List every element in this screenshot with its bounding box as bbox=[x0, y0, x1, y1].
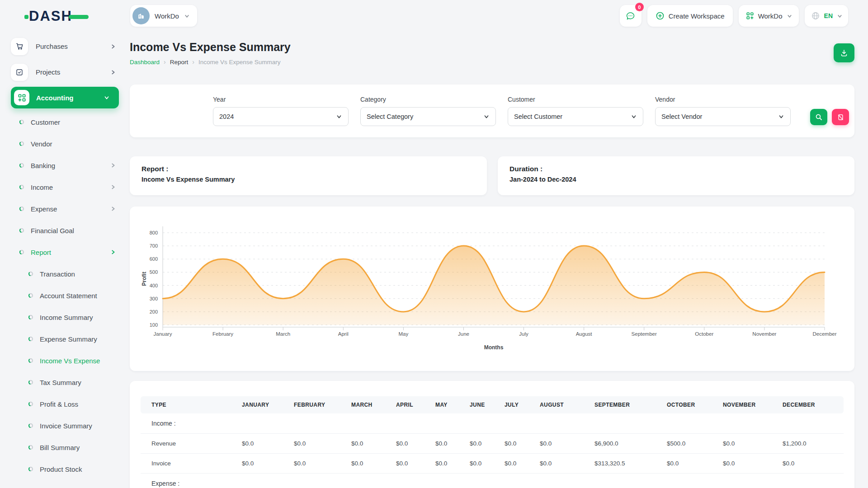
svg-text:200: 200 bbox=[150, 309, 158, 314]
bullet-donut-icon bbox=[19, 163, 24, 168]
plus-circle-icon bbox=[656, 11, 665, 20]
report-summary-card: Report : Income Vs Expense Summary bbox=[130, 156, 487, 195]
page-header: Income Vs Expense Summary Dashboard › Re… bbox=[130, 37, 854, 66]
sidebar-item-transaction[interactable]: Transaction bbox=[11, 263, 119, 285]
bullet-donut-icon bbox=[28, 358, 33, 363]
sidebar-item-income[interactable]: Income bbox=[11, 176, 119, 198]
filter-label: Category bbox=[360, 96, 496, 103]
sidebar-item-projects[interactable]: Projects bbox=[11, 59, 119, 85]
table-section-expense: Expense : bbox=[141, 474, 844, 488]
amount-cell: $1,200.0 bbox=[783, 434, 844, 454]
filter-group-year: Year2024 bbox=[213, 96, 349, 126]
sidebar-item-report[interactable]: Report bbox=[11, 241, 119, 263]
svg-text:May: May bbox=[399, 331, 409, 337]
sidebar-item-cash-flow[interactable]: Cash Flow bbox=[11, 480, 119, 488]
sidebar-item-customer[interactable]: Customer bbox=[11, 111, 119, 133]
chevron-right-icon bbox=[110, 162, 116, 169]
svg-text:July: July bbox=[519, 331, 528, 337]
table-section-income: Income : bbox=[141, 413, 844, 434]
sidebar-item-label: Income Vs Expense bbox=[40, 357, 100, 365]
apply-filter-button[interactable] bbox=[810, 109, 827, 125]
sidebar-item-label: Product Stock bbox=[40, 465, 82, 473]
create-workspace-label: Create Workspace bbox=[669, 12, 725, 20]
sidebar-item-expense[interactable]: Expense bbox=[11, 198, 119, 220]
sidebar-item-vendor[interactable]: Vendor bbox=[11, 133, 119, 155]
sidebar-item-profit-loss[interactable]: Profit & Loss bbox=[11, 393, 119, 415]
sidebar-item-label: Income Summary bbox=[40, 314, 93, 321]
summary-cards: Report : Income Vs Expense Summary Durat… bbox=[130, 156, 854, 195]
sidebar-item-income-summary[interactable]: Income Summary bbox=[11, 306, 119, 328]
sidebar-nav: PurchasesProjectsAccountingCustomerVendo… bbox=[11, 33, 119, 488]
amount-cell: $0.0 bbox=[470, 454, 505, 474]
sidebar: DASH PurchasesProjectsAccountingCustomer… bbox=[0, 0, 129, 488]
sidebar-item-account-statement[interactable]: Account Statement bbox=[11, 285, 119, 306]
sidebar-item-label: Banking bbox=[31, 162, 55, 169]
create-workspace-button[interactable]: Create Workspace bbox=[647, 5, 733, 27]
amount-cell: $0.0 bbox=[723, 454, 783, 474]
amount-cell: $0.0 bbox=[505, 454, 540, 474]
amount-cell: $0.0 bbox=[435, 454, 470, 474]
amount-cell: $0.0 bbox=[470, 434, 505, 454]
filter-group-customer: CustomerSelect Customer bbox=[508, 96, 643, 126]
logo-text: DASH bbox=[29, 8, 72, 24]
cart-icon bbox=[11, 38, 28, 55]
table-row-revenue: Revenue$0.0$0.0$0.0$0.0$0.0$0.0$0.0$0.0$… bbox=[141, 434, 844, 454]
svg-text:700: 700 bbox=[150, 243, 158, 249]
customer-select[interactable]: Select Customer bbox=[508, 107, 643, 126]
year-select[interactable]: 2024 bbox=[213, 107, 349, 126]
bullet-donut-icon bbox=[28, 271, 33, 277]
amount-cell: $0.0 bbox=[294, 454, 351, 474]
amount-cell: $6,900.0 bbox=[594, 434, 667, 454]
sidebar-item-financial-goal[interactable]: Financial Goal bbox=[11, 220, 119, 241]
table-header-august: AUGUST bbox=[540, 396, 594, 413]
reset-filter-button[interactable] bbox=[832, 109, 849, 125]
amount-cell: $0.0 bbox=[242, 454, 294, 474]
chevron-right-icon bbox=[110, 206, 116, 212]
table-header-type: TYPE bbox=[141, 396, 242, 413]
svg-text:August: August bbox=[576, 331, 593, 337]
amount-cell: $0.0 bbox=[667, 454, 723, 474]
sidebar-item-invoice-summary[interactable]: Invoice Summary bbox=[11, 415, 119, 436]
download-report-button[interactable] bbox=[834, 43, 854, 62]
topbar: WorkDo 0 Create Workspace WorkDo EN bbox=[129, 0, 868, 32]
tasks-icon bbox=[11, 64, 28, 81]
workdo-menu[interactable]: WorkDo bbox=[739, 5, 799, 27]
sidebar-item-label: Report bbox=[31, 249, 51, 256]
chevron-down-icon bbox=[778, 113, 784, 120]
amount-cell: $0.0 bbox=[723, 434, 783, 454]
category-select[interactable]: Select Category bbox=[360, 107, 496, 126]
chevron-right-icon bbox=[110, 43, 116, 50]
sidebar-item-purchases[interactable]: Purchases bbox=[11, 33, 119, 59]
sidebar-item-bill-summary[interactable]: Bill Summary bbox=[11, 436, 119, 458]
svg-text:400: 400 bbox=[150, 283, 158, 288]
svg-text:100: 100 bbox=[150, 322, 158, 328]
table-header-september: SEPTEMBER bbox=[594, 396, 667, 413]
app-logo[interactable]: DASH bbox=[29, 8, 97, 26]
breadcrumb-report[interactable]: Report bbox=[170, 59, 189, 66]
sidebar-item-banking[interactable]: Banking bbox=[11, 155, 119, 176]
language-selector[interactable]: EN bbox=[805, 5, 848, 27]
sidebar-item-accounting[interactable]: Accounting bbox=[11, 87, 119, 108]
messages-button[interactable]: 0 bbox=[620, 5, 642, 27]
topbar-right: 0 Create Workspace WorkDo EN bbox=[620, 5, 848, 27]
sidebar-item-income-vs-expense[interactable]: Income Vs Expense bbox=[11, 350, 119, 371]
row-type: Invoice bbox=[141, 454, 242, 474]
chevron-down-icon bbox=[104, 94, 110, 101]
select-value: Select Customer bbox=[514, 113, 562, 120]
breadcrumb-dashboard[interactable]: Dashboard bbox=[130, 59, 160, 66]
sidebar-item-expense-summary[interactable]: Expense Summary bbox=[11, 328, 119, 350]
workspace-switcher[interactable]: WorkDo bbox=[130, 5, 197, 27]
duration-value: Jan-2024 to Dec-2024 bbox=[509, 176, 843, 183]
svg-text:Months: Months bbox=[484, 344, 504, 351]
sidebar-item-tax-summary[interactable]: Tax Summary bbox=[11, 371, 119, 393]
table-header-january: JANUARY bbox=[242, 396, 294, 413]
workdo-menu-label: WorkDo bbox=[758, 12, 783, 20]
chevron-right-icon bbox=[110, 69, 116, 75]
profit-chart-card: 100200300400500600700800JanuaryFebruaryM… bbox=[130, 206, 854, 371]
sidebar-item-label: Profit & Loss bbox=[40, 400, 78, 408]
breadcrumb: Dashboard › Report › Income Vs Expense S… bbox=[130, 58, 291, 66]
vendor-select[interactable]: Select Vendor bbox=[655, 107, 791, 126]
sidebar-item-product-stock[interactable]: Product Stock bbox=[11, 458, 119, 480]
amount-cell: $0.0 bbox=[351, 454, 396, 474]
select-value: Select Vendor bbox=[661, 113, 702, 120]
